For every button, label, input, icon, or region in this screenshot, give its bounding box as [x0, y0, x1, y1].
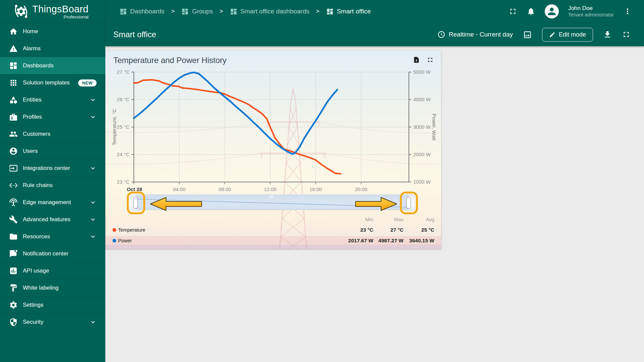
sidebar-item-rule-chains[interactable]: Rule chains	[0, 177, 105, 194]
bell-icon[interactable]	[527, 7, 535, 16]
breadcrumb-separator: >	[316, 8, 319, 15]
sidebar-item-solution-templates[interactable]: Solution templatesNEW	[0, 74, 105, 91]
sidebar-item-label: Security	[23, 319, 43, 325]
edge-icon	[9, 198, 18, 207]
app-name: ThingsBoard	[32, 4, 89, 15]
sidebar-item-label: Customers	[23, 131, 50, 137]
power-axis-tick: 4000 W	[413, 97, 431, 102]
sidebar-item-white-labeling[interactable]: White labeling	[0, 279, 105, 296]
image-icon[interactable]	[523, 30, 532, 39]
export-file-icon[interactable]	[413, 56, 420, 63]
power-legend-dot	[113, 239, 116, 243]
user-menu[interactable]: John Doe Tenant administrator	[568, 5, 614, 18]
avatar[interactable]	[545, 4, 559, 18]
legend-header: Max	[394, 217, 404, 222]
alarm-triangle-icon	[9, 44, 18, 53]
breadcrumb-separator: >	[171, 8, 174, 15]
new-badge: NEW	[78, 79, 97, 86]
dashboard-icon	[230, 8, 237, 15]
temp-axis-tick: 26 °C	[117, 97, 129, 102]
sidebar-item-label: Users	[23, 148, 38, 155]
app-logo[interactable]: ThingsBoard Professional	[0, 0, 105, 23]
timewindow-label: Realtime - Current day	[449, 31, 513, 38]
sidebar-item-label: Alarms	[23, 45, 41, 52]
breadcrumb-label: Dashboards	[130, 8, 164, 15]
dashboard-icon	[326, 8, 334, 15]
breadcrumb-item-smart-office[interactable]: Smart office	[326, 8, 371, 15]
temp-axis-tick: 24 °C	[117, 152, 129, 157]
sidebar-item-home[interactable]: Home	[0, 23, 105, 40]
sidebar-item-label: Resources	[23, 233, 50, 240]
breadcrumb-item-smart-office-dashboards[interactable]: Smart office dashboards	[230, 8, 310, 15]
sidebar: ThingsBoard Professional HomeAlarmsDashb…	[0, 0, 105, 362]
users-icon	[9, 147, 18, 156]
dashboards-icon	[9, 61, 18, 70]
breadcrumb-item-groups[interactable]: Groups	[181, 8, 213, 15]
sidebar-item-label: Profiles	[23, 114, 42, 120]
sidebar-item-security[interactable]: Security	[0, 313, 105, 330]
main-area: Dashboards>Groups>Smart office dashboard…	[105, 0, 644, 362]
home-icon	[9, 27, 18, 36]
sidebar-item-notification-center[interactable]: Notification center	[0, 245, 105, 262]
power-axis-tick: 5000 W	[413, 69, 431, 75]
chevron-down-icon	[89, 113, 97, 121]
app-edition: Professional	[63, 14, 88, 19]
sidebar-item-edge-management[interactable]: Edge management	[0, 194, 105, 211]
datazoom-grip-icon[interactable]	[269, 195, 270, 198]
power-axis-tick: 2000 W	[413, 152, 431, 157]
datazoom-grip-icon[interactable]	[271, 195, 271, 198]
sidebar-item-profiles[interactable]: Profiles	[0, 108, 105, 125]
thingsboard-gear-icon	[13, 4, 29, 19]
datazoom-right-handle[interactable]	[407, 197, 411, 208]
sidebar-item-integrations-center[interactable]: Integrations center	[0, 160, 105, 177]
fullscreen-icon[interactable]	[622, 30, 631, 39]
app-root: ThingsBoard Professional HomeAlarmsDashb…	[0, 0, 644, 362]
sidebar-item-dashboards[interactable]: Dashboards	[0, 57, 105, 74]
time-axis-tick: 16:00	[309, 186, 322, 192]
sidebar-item-settings[interactable]: Settings	[0, 296, 105, 313]
resources-icon	[9, 232, 18, 241]
kebab-menu-icon[interactable]	[623, 7, 632, 16]
dashboard-toolbar: Smart office Realtime - Current day Edit…	[105, 23, 644, 46]
datazoom-left-handle[interactable]	[133, 197, 138, 208]
temp-axis-tick: 23 °C	[117, 179, 129, 185]
sidebar-item-users[interactable]: Users	[0, 142, 105, 160]
sidebar-item-label: White labeling	[23, 285, 59, 291]
power-axis-title: Power, Watt	[431, 114, 437, 141]
fullscreen-icon[interactable]	[508, 7, 517, 16]
notification-icon	[9, 249, 18, 258]
dashboard-content: Temperature and Power History 27 °C26 °C…	[105, 46, 644, 362]
timewindow-button[interactable]: Realtime - Current day	[437, 31, 513, 39]
temperature-axis-title: Temperature, °C	[111, 109, 117, 145]
sidebar-item-alarms[interactable]: Alarms	[0, 40, 105, 57]
sidebar-item-entities[interactable]: Entities	[0, 91, 105, 108]
download-icon[interactable]	[603, 30, 612, 39]
sidebar-item-advanced-features[interactable]: Advanced features	[0, 211, 105, 228]
temperature-power-widget: Temperature and Power History 27 °C26 °C…	[105, 51, 441, 249]
breadcrumb-label: Groups	[192, 8, 213, 15]
sidebar-item-api-usage[interactable]: API usage	[0, 262, 105, 279]
fullscreen-icon[interactable]	[427, 56, 434, 63]
axis-labels: 27 °C26 °C25 °C24 °C23 °C5000 W4000 W300…	[111, 69, 437, 192]
topbar-right: John Doe Tenant administrator	[508, 4, 632, 18]
chevron-down-icon	[89, 233, 97, 240]
rule-chains-icon	[9, 181, 18, 190]
datazoom-grip-icon[interactable]	[272, 195, 273, 198]
top-header: Dashboards>Groups>Smart office dashboard…	[105, 0, 644, 23]
sidebar-item-customers[interactable]: Customers	[0, 125, 105, 142]
legend-header: Min	[365, 217, 373, 222]
breadcrumb-item-dashboards[interactable]: Dashboards	[119, 8, 164, 15]
apps-icon	[9, 78, 18, 87]
temp-axis-tick: 27 °C	[117, 69, 129, 75]
api-usage-icon	[9, 266, 18, 275]
edit-mode-button[interactable]: Edit mode	[542, 28, 593, 42]
edit-mode-label: Edit mode	[559, 31, 586, 38]
background-photo-silhouette	[105, 88, 441, 249]
sidebar-item-resources[interactable]: Resources	[0, 228, 105, 245]
pencil-icon	[549, 32, 555, 38]
sidebar-item-label: Entities	[23, 97, 42, 103]
legend-value: 27 °C	[390, 227, 404, 233]
widget-title: Temperature and Power History	[113, 56, 226, 65]
time-axis-tick: 20:00	[355, 186, 368, 192]
sidebar-item-label: Edge management	[23, 199, 71, 206]
